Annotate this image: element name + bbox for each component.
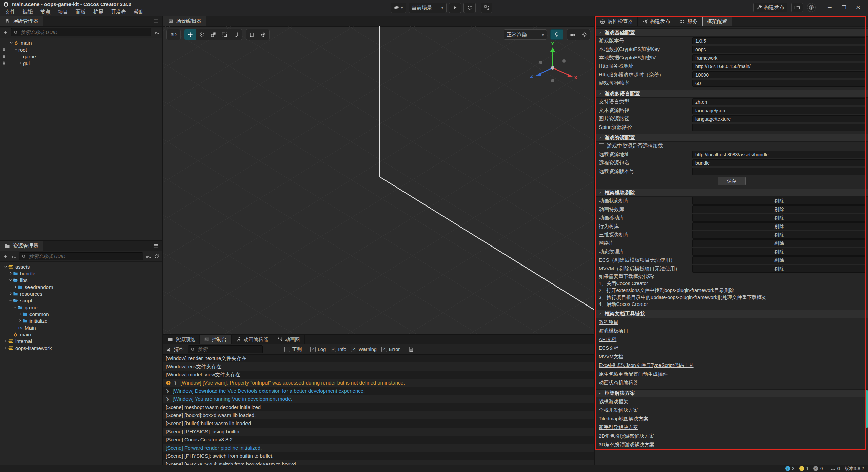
doc-link[interactable]: Excel格式转Json文件与TypeScript代码工具 — [595, 361, 868, 370]
menu-item[interactable]: 扩展 — [90, 8, 107, 16]
doc-link[interactable]: ECS文档 — [595, 344, 868, 353]
log-row[interactable]: [Scene] Cocos Creator v3.8.2 — [163, 436, 594, 444]
expand-icon[interactable]: ❯ — [166, 395, 170, 403]
tree-node[interactable]: internal — [0, 338, 162, 345]
panel-menu-icon[interactable] — [153, 243, 159, 249]
doc-link[interactable]: 动画状态机编辑器 — [595, 378, 868, 387]
caret-closed-icon[interactable] — [13, 285, 18, 289]
tree-node[interactable]: resources — [0, 290, 162, 297]
doc-link[interactable]: MVVM文档 — [595, 353, 868, 361]
filter-info-checkbox[interactable]: ✓Info — [331, 347, 346, 352]
remote-load-checkbox-row[interactable]: 游戏中资源是否远程加载 — [595, 142, 868, 150]
log-detail-icon[interactable] — [408, 347, 414, 352]
caret-closed-icon[interactable] — [3, 339, 8, 343]
doc-link[interactable]: API文档 — [595, 335, 868, 344]
section-header[interactable]: 游戏基础配置 — [595, 28, 868, 37]
inspector-tab-item[interactable]: 服务 — [675, 17, 702, 26]
remove-module-button[interactable]: 剔除 — [692, 214, 866, 222]
clear-button[interactable]: 清空 — [166, 346, 184, 353]
config-input[interactable] — [692, 98, 866, 105]
tree-node[interactable]: game — [0, 53, 162, 60]
caret-open-icon[interactable] — [14, 47, 18, 52]
caret-closed-icon[interactable] — [8, 271, 13, 275]
hierarchy-search-input[interactable] — [20, 29, 149, 35]
tree-node[interactable]: initialize — [0, 317, 162, 324]
console-searchbox[interactable] — [188, 345, 263, 353]
regex-checkbox[interactable]: 正则 — [284, 346, 302, 353]
doc-link[interactable]: 教程项目 — [595, 318, 868, 327]
platform-select[interactable]: ▾ — [391, 3, 406, 13]
scene-viewport[interactable]: 3D 正常渲染 ▾ — [163, 26, 594, 334]
log-row[interactable]: [Window] model_view文件夹存在 — [163, 371, 594, 379]
tree-node[interactable]: main — [0, 331, 162, 338]
sort-icon[interactable] — [11, 254, 16, 259]
config-input[interactable] — [692, 115, 866, 122]
panel-menu-icon[interactable] — [153, 18, 159, 24]
remove-module-button[interactable]: 剔除 — [692, 256, 866, 264]
caret-open-icon[interactable] — [13, 305, 18, 309]
expand-icon[interactable]: ❯ — [166, 387, 170, 395]
restart-button[interactable] — [463, 3, 476, 13]
menu-item[interactable]: 帮助 — [130, 8, 147, 16]
tree-node[interactable]: bundle — [0, 270, 162, 277]
filter-error-checkbox[interactable]: ✓Error — [381, 347, 400, 352]
log-row[interactable]: ❯[Window] Download the Vue Devtools exte… — [163, 387, 594, 395]
assets-tab[interactable]: 资源管理器 — [0, 241, 43, 251]
remove-module-button[interactable]: 剔除 — [692, 197, 866, 205]
remove-module-button[interactable]: 剔除 — [692, 231, 866, 239]
help-button[interactable]: ? — [807, 3, 816, 12]
log-row[interactable]: [Scene] [PHYSICS]: switch from builtin t… — [163, 452, 594, 460]
tree-node[interactable]: oops-framework — [0, 345, 162, 351]
tree-node[interactable]: root — [0, 46, 162, 53]
config-input[interactable] — [692, 124, 866, 131]
add-asset-icon[interactable] — [3, 254, 8, 259]
tree-node[interactable]: libs — [0, 277, 162, 283]
refresh-icon[interactable] — [154, 254, 159, 259]
log-row[interactable]: [Scene] [PHYSICS]: using builtin. — [163, 428, 594, 436]
tree-node[interactable]: main — [0, 39, 162, 46]
scale-tool-button[interactable] — [208, 29, 219, 40]
scene-tab[interactable]: 场景编辑器 — [163, 16, 206, 26]
remove-module-button[interactable]: 剔除 — [692, 265, 866, 273]
config-input[interactable] — [692, 159, 866, 166]
menu-item[interactable]: 开发者 — [107, 8, 130, 16]
solution-link[interactable]: Tiledmap地图解决方案 — [595, 415, 868, 424]
section-header[interactable]: 框架模块剔除 — [595, 189, 868, 197]
solution-link[interactable]: 新手引导解决方案 — [595, 423, 868, 432]
caret-closed-icon[interactable] — [18, 312, 22, 316]
menu-item[interactable]: 节点 — [37, 8, 54, 16]
caret-closed-icon[interactable] — [8, 292, 13, 296]
log-row[interactable]: [Scene] [PHYSICS2D]: switch from box2d-w… — [163, 460, 594, 465]
caret-open-icon[interactable] — [3, 264, 8, 269]
remove-module-button[interactable]: 剔除 — [692, 205, 866, 213]
coordinate-button[interactable] — [258, 29, 269, 40]
lighting-toggle-button[interactable] — [550, 29, 563, 40]
solution-link[interactable]: 战棋游戏框架 — [595, 397, 868, 406]
remove-module-button[interactable]: 剔除 — [692, 239, 866, 247]
menu-item[interactable]: 面板 — [72, 8, 90, 16]
scene-gear-button[interactable] — [578, 29, 590, 40]
section-header[interactable]: 游戏资源配置 — [595, 134, 868, 142]
orientation-gizmo[interactable]: Y X Z — [527, 40, 578, 91]
caret-open-icon[interactable] — [8, 278, 13, 282]
remove-module-button[interactable]: 剔除 — [692, 248, 866, 256]
hierarchy-tab[interactable]: 层级管理器 — [0, 16, 43, 26]
section-header[interactable]: 框架文档工具链接 — [595, 310, 868, 318]
caret-closed-icon[interactable] — [18, 61, 23, 65]
assets-searchbox[interactable] — [19, 252, 143, 260]
log-row[interactable]: [Window] ecs文件夹存在 — [163, 362, 594, 371]
notification-count[interactable]: 0 — [831, 466, 840, 471]
filter-log-checkbox[interactable]: ✓Log — [310, 347, 326, 352]
inspector-tab-item[interactable]: 属性检查器 — [595, 17, 638, 26]
config-input[interactable] — [692, 46, 866, 53]
log-row[interactable]: [Scene] [bullet]:bullet wasm lib loaded. — [163, 419, 594, 428]
error-count[interactable]: × 0 — [813, 466, 823, 471]
filter-list-icon[interactable] — [146, 254, 151, 259]
play-button[interactable] — [449, 3, 461, 13]
minimize-button[interactable]: ─ — [825, 4, 835, 11]
ui-transform-tool-button[interactable] — [231, 29, 242, 40]
menu-item[interactable]: 文件 — [1, 8, 19, 16]
render-mode-select[interactable]: 正常渲染 ▾ — [504, 29, 547, 40]
tree-node[interactable]: assets — [0, 263, 162, 270]
solution-link[interactable]: 2D角色扮演游戏解决方案 — [595, 432, 868, 441]
